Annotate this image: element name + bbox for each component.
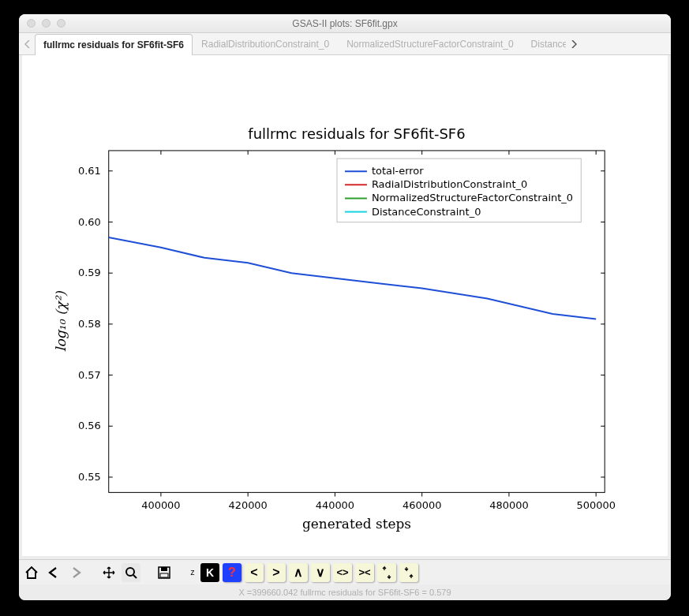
tab-norm-struct[interactable]: NormalizedStructureFactorConstraint_0 <box>338 33 522 54</box>
window-controls <box>27 19 66 28</box>
z-button[interactable]: z <box>188 563 197 582</box>
back-button[interactable] <box>44 563 63 582</box>
forward-button[interactable] <box>66 563 85 582</box>
pan-button[interactable] <box>99 563 118 582</box>
svg-text:0.55: 0.55 <box>78 471 101 483</box>
svg-text:0.56: 0.56 <box>78 420 101 431</box>
k-button[interactable]: K <box>200 563 219 582</box>
minimize-icon[interactable] <box>42 19 51 28</box>
home-button[interactable] <box>22 563 41 582</box>
svg-line-53 <box>133 575 137 578</box>
svg-text:440000: 440000 <box>316 498 354 510</box>
svg-text:generated steps: generated steps <box>302 516 411 532</box>
window-title: GSAS-II plots: SF6fit.gpx <box>292 18 397 29</box>
expand-h-button[interactable]: <> <box>333 563 352 582</box>
svg-rect-55 <box>161 567 167 571</box>
left-button[interactable]: < <box>245 563 264 582</box>
right-button[interactable]: > <box>267 563 286 582</box>
svg-text:460000: 460000 <box>403 498 441 510</box>
svg-text:420000: 420000 <box>228 498 267 510</box>
tab-scroll-right[interactable] <box>567 33 581 54</box>
status-bar: X =399660.042 fullrmc residuals for SF6f… <box>19 584 671 600</box>
plot-toolbar: z K ? < > ∧ ∨ <> >< <box>19 559 671 584</box>
tab-radial-dist[interactable]: RadialDistributionConstraint_0 <box>193 33 338 54</box>
svg-text:fullrmc residuals for SF6fit-S: fullrmc residuals for SF6fit-SF6 <box>248 125 465 142</box>
status-text: X =399660.042 fullrmc residuals for SF6f… <box>238 588 451 597</box>
save-button[interactable] <box>155 563 174 582</box>
titlebar: GSAS-II plots: SF6fit.gpx <box>19 14 671 33</box>
zoom-button[interactable] <box>122 563 140 582</box>
tab-residuals[interactable]: fullrmc residuals for SF6fit-SF6 <box>35 34 193 55</box>
help-button[interactable]: ? <box>223 563 242 582</box>
svg-text:log₁₀ (χ²): log₁₀ (χ²) <box>53 290 69 352</box>
svg-text:total-error: total-error <box>372 165 424 177</box>
svg-point-52 <box>126 568 134 576</box>
app-window: GSAS-II plots: SF6fit.gpx fullrmc residu… <box>19 14 671 600</box>
tab-distance[interactable]: Distance <box>522 33 567 54</box>
tab-label: NormalizedStructureFactorConstraint_0 <box>346 39 513 50</box>
svg-text:480000: 480000 <box>489 498 528 510</box>
svg-text:0.57: 0.57 <box>78 369 101 381</box>
svg-text:0.58: 0.58 <box>78 318 101 330</box>
close-icon[interactable] <box>27 19 36 28</box>
svg-text:400000: 400000 <box>141 498 180 510</box>
svg-text:0.59: 0.59 <box>78 267 101 278</box>
svg-text:DistanceConstraint_0: DistanceConstraint_0 <box>372 206 481 218</box>
svg-text:RadialDistributionConstraint_0: RadialDistributionConstraint_0 <box>372 178 527 190</box>
tab-label: fullrmc residuals for SF6fit-SF6 <box>43 39 184 50</box>
svg-text:0.60: 0.60 <box>78 215 101 227</box>
shrink-v-button[interactable] <box>399 563 418 582</box>
down-button[interactable]: ∨ <box>311 563 330 582</box>
maximize-icon[interactable] <box>57 19 66 28</box>
up-button[interactable]: ∧ <box>289 563 308 582</box>
plot-canvas[interactable]: fullrmc residuals for SF6fit-SF640000042… <box>22 55 668 556</box>
tab-bar: fullrmc residuals for SF6fit-SF6 RadialD… <box>19 33 671 55</box>
svg-text:500000: 500000 <box>576 498 615 510</box>
tab-label: RadialDistributionConstraint_0 <box>201 39 329 50</box>
tab-scroll-left[interactable] <box>21 33 35 54</box>
svg-rect-56 <box>160 573 168 577</box>
expand-v-button[interactable] <box>377 563 396 582</box>
tab-label: Distance <box>531 39 567 50</box>
shrink-h-button[interactable]: >< <box>355 563 374 582</box>
svg-text:0.61: 0.61 <box>78 165 101 177</box>
svg-text:NormalizedStructureFactorConst: NormalizedStructureFactorConstraint_0 <box>372 192 573 203</box>
